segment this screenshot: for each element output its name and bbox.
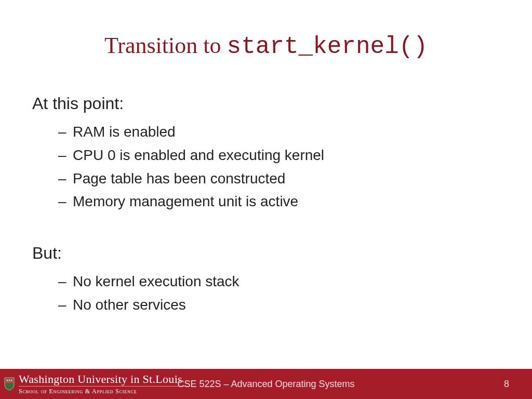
bullet-list-2: No kernel execution stack No other servi…	[32, 270, 497, 317]
title-code: start_kernel()	[227, 33, 428, 60]
brand-block: Washington University in St.Louis School…	[0, 373, 190, 395]
svg-rect-1	[7, 380, 8, 381]
brand-divider	[19, 386, 190, 387]
slide-body: At this point: RAM is enabled CPU 0 is e…	[0, 65, 532, 317]
list-item: Page table has been constructed	[58, 167, 497, 191]
bullet-list-1: RAM is enabled CPU 0 is enabled and exec…	[32, 121, 497, 214]
svg-rect-3	[11, 380, 12, 381]
list-item: CPU 0 is enabled and executing kernel	[58, 144, 497, 167]
slide: Transition to start_kernel() At this poi…	[0, 0, 532, 399]
page-number: 8	[504, 379, 509, 390]
title-prefix: Transition to	[104, 33, 227, 58]
list-item: Memory management unit is active	[58, 190, 497, 214]
brand-main: Washington University in St.Louis	[19, 373, 190, 385]
brand-text: Washington University in St.Louis School…	[19, 373, 190, 395]
list-item: No other services	[58, 294, 497, 317]
shield-icon	[4, 377, 15, 391]
list-item: RAM is enabled	[58, 121, 497, 144]
section-heading-1: At this point:	[32, 94, 497, 113]
section-heading-2: But:	[32, 244, 497, 263]
brand-sub: School of Engineering & Applied Science	[19, 388, 190, 395]
svg-rect-2	[9, 380, 10, 381]
list-item: No kernel execution stack	[58, 270, 497, 294]
footer-bar: Washington University in St.Louis School…	[0, 369, 532, 399]
slide-title: Transition to start_kernel()	[0, 0, 532, 65]
